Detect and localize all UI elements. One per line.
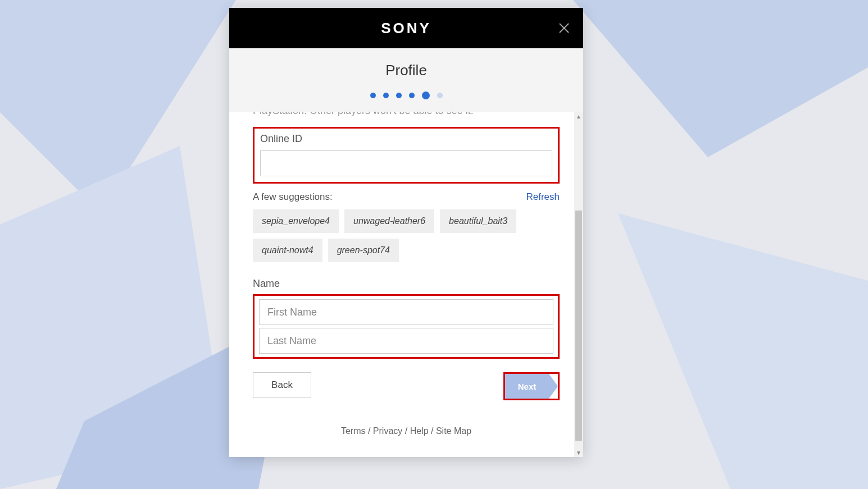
name-highlight <box>253 294 560 359</box>
back-button[interactable]: Back <box>253 372 311 398</box>
refresh-link[interactable]: Refresh <box>526 191 560 203</box>
step-indicator <box>229 93 583 99</box>
svg-marker-2 <box>573 0 868 157</box>
step-dot <box>370 93 376 98</box>
next-button[interactable]: Next <box>505 374 549 399</box>
suggestion-chip[interactable]: sepia_envelope4 <box>253 209 339 233</box>
scroll-down-icon[interactable]: ▼ <box>574 448 583 457</box>
partial-description: PlayStation. Other players won't be able… <box>253 112 572 117</box>
step-dot <box>383 93 389 98</box>
suggestion-chip[interactable]: unwaged-leather6 <box>344 209 434 233</box>
suggestions-label: A few suggestions: <box>253 191 333 203</box>
next-button-label: Next <box>518 382 537 391</box>
step-dot-active <box>422 92 430 99</box>
signup-modal: SONY Profile PlayStation. Other players … <box>229 8 583 457</box>
scroll-thumb[interactable] <box>575 211 582 441</box>
modal-header: SONY <box>229 8 583 48</box>
scrollbar[interactable]: ▲ ▼ <box>574 112 583 457</box>
online-id-highlight: Online ID <box>253 127 560 184</box>
scroll-up-icon[interactable]: ▲ <box>574 112 583 121</box>
suggestion-chip[interactable]: green-spot74 <box>328 239 399 262</box>
name-label: Name <box>253 278 560 290</box>
footer-links: Terms / Privacy / Help / Site Map <box>240 426 572 436</box>
first-name-input[interactable] <box>259 299 553 325</box>
suggestion-chips: sepia_envelope4 unwaged-leather6 beautif… <box>253 209 560 262</box>
sitemap-link[interactable]: Site Map <box>436 426 471 436</box>
help-link[interactable]: Help <box>410 426 429 436</box>
online-id-label: Online ID <box>260 133 552 145</box>
online-id-input[interactable] <box>260 150 552 176</box>
page-title: Profile <box>229 62 583 79</box>
step-dot <box>409 93 415 98</box>
chevron-right-icon <box>549 374 558 399</box>
step-dot <box>437 93 443 98</box>
terms-link[interactable]: Terms <box>341 426 366 436</box>
sony-logo: SONY <box>381 20 431 37</box>
last-name-input[interactable] <box>259 328 553 354</box>
sub-header: Profile <box>229 48 583 112</box>
suggestion-chip[interactable]: quaint-nowt4 <box>253 239 322 262</box>
svg-marker-3 <box>618 213 868 489</box>
step-dot <box>396 93 402 98</box>
close-icon[interactable] <box>557 21 571 35</box>
suggestion-chip[interactable]: beautiful_bait3 <box>440 209 516 233</box>
privacy-link[interactable]: Privacy <box>373 426 402 436</box>
next-highlight: Next <box>503 372 560 400</box>
scroll-area: PlayStation. Other players won't be able… <box>229 112 583 457</box>
